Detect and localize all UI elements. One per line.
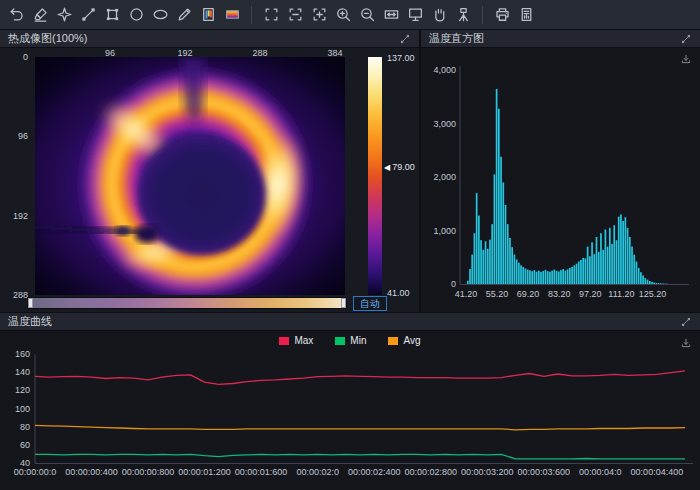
- toolbar-button-point-marker[interactable]: [53, 3, 75, 27]
- legend-label: Avg: [403, 335, 420, 346]
- download-icon: [680, 337, 692, 349]
- toolbar-button-pan-hand[interactable]: [428, 3, 450, 27]
- svg-text:00:00:03:200: 00:00:03:200: [461, 467, 514, 477]
- select-add-icon: [311, 6, 328, 23]
- toolbar-button-fit-screen[interactable]: [404, 3, 426, 27]
- svg-text:160: 160: [15, 349, 30, 359]
- curve-download-button[interactable]: [680, 337, 692, 349]
- svg-text:41.20: 41.20: [455, 289, 478, 299]
- histogram-download-button[interactable]: [680, 53, 692, 65]
- range-slider-track[interactable]: [33, 298, 341, 308]
- pan-hand-icon: [431, 6, 448, 23]
- svg-text:00:00:04:400: 00:00:04:400: [631, 467, 684, 477]
- colorbar-marker[interactable]: ◀79.00: [384, 162, 415, 172]
- toolbar-button-zoom-in[interactable]: [332, 3, 354, 27]
- zoom-in-icon: [335, 6, 352, 23]
- toolbar-button-select-subtract[interactable]: [284, 3, 306, 27]
- svg-text:140: 140: [15, 367, 30, 377]
- svg-text:100: 100: [15, 404, 30, 414]
- svg-text:00:00:00:0: 00:00:00:0: [14, 467, 57, 477]
- svg-text:111.20: 111.20: [608, 289, 634, 299]
- svg-text:00:00:02:400: 00:00:02:400: [348, 467, 401, 477]
- colorbar-max-label: 137.00: [387, 53, 415, 63]
- colorbar-min-label: 41.00: [387, 288, 410, 298]
- line-tool-icon: [80, 6, 97, 23]
- histogram-expand-button[interactable]: [680, 33, 692, 45]
- legend-swatch: [388, 337, 398, 345]
- curve-panel-body: MaxMinAvg 40608010012014016000:00:00:000…: [0, 331, 700, 490]
- legend-label: Max: [294, 335, 313, 346]
- legend-item-min[interactable]: Min: [335, 335, 366, 346]
- histogram-panel-body: 01,0002,0003,0004,00041.2055.2069.2083.2…: [421, 48, 700, 312]
- histogram-panel: 温度直方图 01,0002,0003,0004,00041.2055.2069.…: [421, 30, 700, 312]
- toolbar-button-colormap[interactable]: [221, 3, 243, 27]
- toolbar-button-eraser[interactable]: [29, 3, 51, 27]
- toolbar-button-pencil-tool[interactable]: [173, 3, 195, 27]
- toolbar-button-zoom-out[interactable]: [356, 3, 378, 27]
- svg-text:00:00:03:600: 00:00:03:600: [518, 467, 571, 477]
- thermal-panel-body: 96 192 288 384 0 96 192 288: [0, 48, 419, 312]
- legend-item-max[interactable]: Max: [279, 335, 313, 346]
- svg-text:69.20: 69.20: [517, 289, 540, 299]
- toolbar-button-circle-tool[interactable]: [125, 3, 147, 27]
- svg-text:97.20: 97.20: [579, 289, 602, 299]
- svg-text:00:00:04:0: 00:00:04:0: [579, 467, 622, 477]
- svg-text:00:00:02:0: 00:00:02:0: [296, 467, 339, 477]
- toolbar-button-palette[interactable]: [197, 3, 219, 27]
- fit-width-icon: [383, 6, 400, 23]
- toolbar-divider: [251, 6, 252, 24]
- toolbar-button-ellipse-tool[interactable]: [149, 3, 171, 27]
- download-icon: [680, 53, 692, 65]
- svg-text:125.20: 125.20: [639, 289, 667, 299]
- svg-text:60: 60: [20, 440, 30, 450]
- svg-text:2,000: 2,000: [433, 172, 456, 182]
- thermal-panel-title: 热成像图(100%): [8, 31, 87, 46]
- svg-text:00:00:02:800: 00:00:02:800: [404, 467, 457, 477]
- toolbar-button-polygon-tool[interactable]: [101, 3, 123, 27]
- svg-text:0: 0: [451, 279, 456, 289]
- svg-text:3,000: 3,000: [433, 119, 456, 129]
- toolbar-button-select-region[interactable]: [260, 3, 282, 27]
- svg-text:83.20: 83.20: [548, 289, 571, 299]
- thermal-y-tick: 0: [2, 52, 28, 62]
- colorbar-marker-value: 79.00: [392, 162, 415, 172]
- thermal-expand-button[interactable]: [399, 33, 411, 45]
- svg-text:1,000: 1,000: [433, 226, 456, 236]
- curve-legend: MaxMinAvg: [0, 335, 700, 346]
- toolbar-button-print[interactable]: [491, 3, 513, 27]
- svg-text:120: 120: [15, 385, 30, 395]
- toolbar-button-line-tool[interactable]: [77, 3, 99, 27]
- range-slider[interactable]: [27, 297, 347, 309]
- palette-icon: [200, 6, 217, 23]
- curve-panel-title: 温度曲线: [8, 314, 52, 329]
- svg-text:55.20: 55.20: [486, 289, 509, 299]
- svg-text:00:00:01:600: 00:00:01:600: [235, 467, 288, 477]
- curve-expand-button[interactable]: [680, 316, 692, 328]
- curve-chart: 40608010012014016000:00:00:000:00:00:400…: [0, 331, 700, 490]
- marker-triangle-icon: ◀: [384, 163, 390, 172]
- toolbar-button-tripod[interactable]: [452, 3, 474, 27]
- toolbar-button-report[interactable]: [515, 3, 537, 27]
- svg-text:4,000: 4,000: [433, 65, 456, 75]
- thermal-y-tick: 288: [2, 290, 28, 300]
- auto-button[interactable]: 自动: [353, 296, 387, 311]
- expand-icon: [680, 33, 692, 45]
- thermal-panel-header: 热成像图(100%): [0, 30, 419, 48]
- select-subtract-icon: [287, 6, 304, 23]
- point-marker-icon: [56, 6, 73, 23]
- toolbar-button-select-add[interactable]: [308, 3, 330, 27]
- thermal-y-tick: 192: [2, 211, 28, 221]
- legend-item-avg[interactable]: Avg: [388, 335, 420, 346]
- toolbar-button-fit-width[interactable]: [380, 3, 402, 27]
- toolbar: [0, 0, 700, 30]
- histogram-panel-header: 温度直方图: [421, 30, 700, 48]
- thermal-analysis-app: 热成像图(100%) 96 192 288 384 0 96 192 288: [0, 0, 700, 490]
- toolbar-button-undo[interactable]: [5, 3, 27, 27]
- undo-icon: [8, 6, 25, 23]
- expand-icon: [680, 316, 692, 328]
- range-slider-handle-right[interactable]: [341, 298, 346, 308]
- select-region-icon: [263, 6, 280, 23]
- colormap-icon: [224, 6, 241, 23]
- zoom-out-icon: [359, 6, 376, 23]
- svg-text:00:00:00:400: 00:00:00:400: [65, 467, 118, 477]
